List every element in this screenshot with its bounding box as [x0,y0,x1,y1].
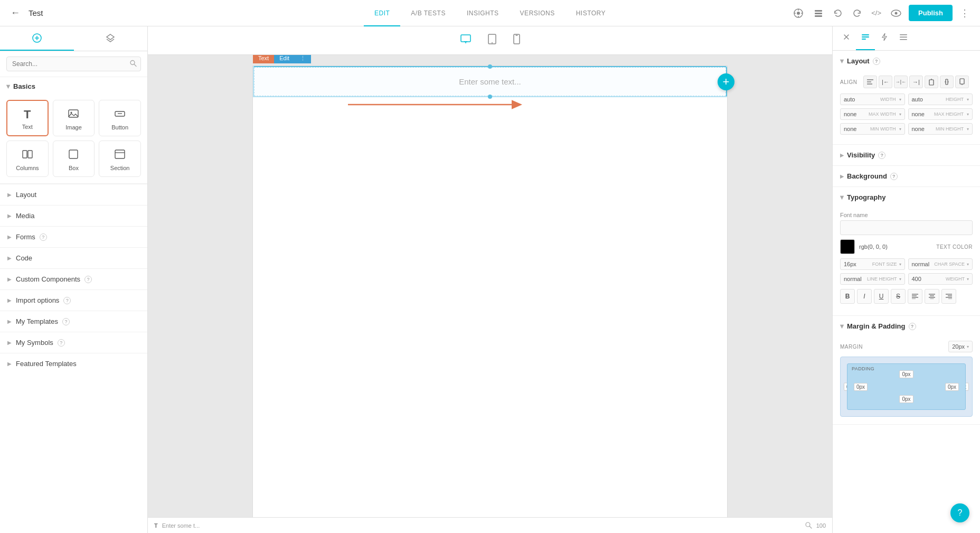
rp-visibility-help[interactable]: ? [878,152,885,159]
rp-tab-close[interactable] [837,26,856,50]
import-help-icon[interactable]: ? [63,297,71,304]
text-color-swatch[interactable] [840,239,855,254]
symbols-help-icon[interactable]: ? [58,339,65,347]
rp-tab-style[interactable] [856,26,875,50]
preview-button[interactable] [889,6,903,21]
font-name-input[interactable] [840,220,973,235]
back-button[interactable]: ← [8,5,22,21]
rp-layout-help[interactable]: ? [873,58,880,65]
canvas-row[interactable]: Text Edit ⋮ Enter some text... [253,66,727,97]
rp-mp-header[interactable]: ▶ Margin & Padding ? [833,316,980,336]
basics-section-header[interactable]: ▶ Basics [0,77,147,96]
align-right-btn[interactable]: →| [909,76,923,88]
my-templates-toggle[interactable]: ▶ My Templates ? [0,311,147,332]
resize-handle-top[interactable] [488,64,492,69]
height-field[interactable]: auto HEIGHT ▾ [908,93,973,105]
add-element-button[interactable]: + [718,73,734,90]
underline-button[interactable]: U [874,289,889,304]
media-section-toggle[interactable]: ▶ Media [0,205,147,226]
min-width-field[interactable]: none MIN WIDTH ▾ [840,123,905,135]
rp-layout-header[interactable]: ▶ Layout ? [833,51,980,71]
max-height-field[interactable]: none MAX HEIGHT ▾ [908,108,973,120]
width-field[interactable]: auto WIDTH ▾ [840,93,905,105]
undo-button[interactable] [831,6,845,20]
margin-value-field[interactable]: 20px ▾ [948,341,973,352]
tab-history[interactable]: HISTORY [566,0,616,26]
padding-top-value[interactable]: 0px [899,370,913,378]
svg-point-1 [797,12,800,15]
layers-icon-btn[interactable] [811,6,826,21]
strikethrough-button[interactable]: S [891,289,906,304]
weight-field[interactable]: 400 WEIGHT ▾ [908,273,973,285]
font-size-field[interactable]: 16px FONT SIZE ▾ [840,258,905,270]
align-left-btn[interactable] [863,76,877,88]
desktop-device-btn[interactable] [456,32,475,49]
left-tab-add[interactable] [0,26,74,51]
publish-button[interactable]: Publish [909,5,953,21]
rp-typography-header[interactable]: ▶ Typography [833,187,980,208]
canvas-wrap[interactable]: Text Edit ⋮ Enter some text... [148,55,832,533]
templates-help-icon[interactable]: ? [62,318,70,325]
featured-label: Featured Templates [16,360,77,368]
element-more-label[interactable]: ⋮ [295,55,311,63]
comp-box[interactable]: Box [53,141,95,177]
padding-right-value[interactable]: 0px [945,383,959,391]
min-height-field[interactable]: none MIN HEIGHT ▾ [908,123,973,135]
comp-image[interactable]: Image [53,100,95,136]
tab-insights[interactable]: INSIGHTS [456,0,510,26]
import-options-toggle[interactable]: ▶ Import options ? [0,290,147,311]
char-space-field[interactable]: normal CHAR SPACE ▾ [908,258,973,270]
custom-components-toggle[interactable]: ▶ Custom Components ? [0,269,147,289]
align-top-btn[interactable] [925,76,938,88]
align-center-vertical-btn[interactable]: |← [879,76,892,88]
align-left-text-btn[interactable] [908,289,922,304]
left-tab-layers[interactable] [74,26,148,51]
rp-background-help[interactable]: ? [890,173,898,180]
my-symbols-toggle[interactable]: ▶ My Symbols ? [0,332,147,353]
featured-templates-toggle[interactable]: ▶ Featured Templates [0,353,147,374]
help-float-button[interactable]: ? [950,503,969,522]
comp-section[interactable]: Section [99,141,141,177]
custom-help-icon[interactable]: ? [84,276,92,283]
tab-versions[interactable]: VERSIONS [510,0,566,26]
align-right-text-btn[interactable] [941,289,956,304]
align-middle-btn[interactable] [940,76,954,88]
padding-bottom-value[interactable]: 0px [899,395,913,403]
rp-background-header[interactable]: ▶ Background ? [833,166,980,186]
resize-handle-bottom[interactable] [488,95,492,99]
tab-edit[interactable]: EDIT [364,0,400,26]
code-button[interactable]: </> [869,7,883,19]
element-edit-label[interactable]: Edit [274,55,295,63]
align-row: ALIGN |← →|← →| [840,76,973,88]
rp-tab-lightning[interactable] [875,26,894,50]
mobile-device-btn[interactable] [509,32,524,49]
italic-button[interactable]: I [857,289,872,304]
min-wh-row: none MIN WIDTH ▾ none MIN HEIGHT ▾ [840,123,973,135]
align-center-text-btn[interactable] [925,289,939,304]
rp-mp-help[interactable]: ? [909,323,916,330]
redo-button[interactable] [850,6,864,20]
forms-help-icon[interactable]: ? [40,233,47,241]
rp-visibility-header[interactable]: ▶ Visibility ? [833,145,980,165]
align-spread-btn[interactable]: →|← [894,76,908,88]
element-text-label[interactable]: Text [253,55,274,63]
search-input[interactable] [6,57,141,71]
target-icon-btn[interactable] [791,6,806,21]
tablet-device-btn[interactable] [484,32,501,49]
code-section-toggle[interactable]: ▶ Code [0,248,147,268]
tab-ab-tests[interactable]: A/B TESTS [400,0,456,26]
comp-text[interactable]: T Text [6,100,49,136]
padding-left-value[interactable]: 0px [854,383,868,391]
more-options-button[interactable]: ⋮ [958,5,972,21]
forms-section-toggle[interactable]: ▶ Forms ? [0,227,147,247]
text-element[interactable]: Enter some text... [254,67,726,96]
align-bottom-btn[interactable] [955,76,969,88]
comp-columns[interactable]: Columns [6,141,49,177]
line-height-field[interactable]: normal LINE HEIGHT ▾ [840,273,905,285]
rp-tab-menu[interactable] [894,26,913,50]
max-width-field[interactable]: none MAX WIDTH ▾ [840,108,905,120]
bold-button[interactable]: B [840,289,855,304]
layout-section-toggle[interactable]: ▶ Layout [0,184,147,205]
svg-rect-42 [900,39,907,40]
comp-button[interactable]: Button [99,100,141,136]
